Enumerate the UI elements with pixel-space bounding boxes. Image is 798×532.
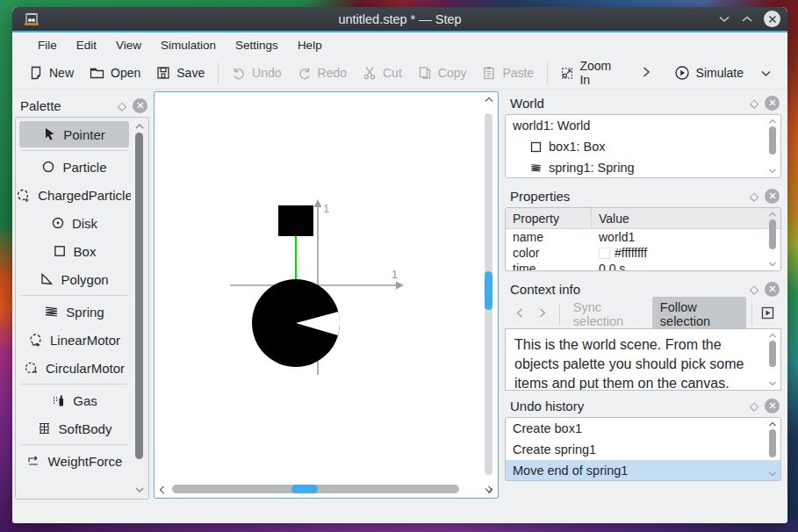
main-content: Palette ◇ Pointer Pa — [12, 90, 787, 523]
world-tree-item-world1[interactable]: world1: World — [506, 115, 780, 136]
property-column-header[interactable]: Property — [506, 208, 592, 228]
context-info-panel: Context info ◇ S — [505, 277, 781, 391]
open-button[interactable]: Open — [82, 60, 148, 86]
undo-button[interactable]: Undo — [224, 60, 289, 86]
undo-icon — [232, 66, 246, 80]
spring-icon — [530, 162, 542, 174]
paste-button[interactable]: Paste — [474, 60, 542, 86]
properties-float-icon[interactable]: ◇ — [750, 190, 758, 203]
zoom-in-icon — [561, 66, 573, 81]
context-float-icon[interactable]: ◇ — [750, 283, 758, 296]
palette-item-disk[interactable]: Disk — [19, 210, 129, 236]
property-row-name[interactable]: name world1 — [506, 229, 780, 245]
context-back-icon[interactable] — [508, 304, 531, 325]
palette-scrollbar[interactable] — [132, 119, 147, 497]
palette-float-icon[interactable]: ◇ — [118, 99, 126, 112]
softbody-icon — [37, 421, 52, 435]
simulate-button[interactable]: Simulate — [666, 60, 751, 86]
canvas-horizontal-scrollbar-thumb[interactable] — [291, 485, 318, 493]
menu-simulation[interactable]: Simulation — [151, 39, 226, 52]
undo-item-create-spring1[interactable]: Create spring1 — [506, 439, 780, 460]
world-close-icon[interactable] — [765, 96, 780, 111]
context-scrollbar-thumb[interactable] — [769, 341, 776, 367]
canvas-vertical-scrollbar-thumb[interactable] — [485, 271, 492, 310]
undo-scrollbar-thumb[interactable] — [769, 429, 776, 457]
context-scrollbar[interactable] — [766, 331, 780, 388]
minimize-icon[interactable] — [718, 15, 730, 23]
copy-button[interactable]: Copy — [410, 60, 475, 86]
palette-item-pointer[interactable]: Pointer — [19, 121, 129, 147]
step-app-icon — [23, 11, 40, 27]
world-scrollbar[interactable] — [766, 117, 780, 176]
context-toolbar-separator — [751, 303, 752, 326]
new-button[interactable]: New — [21, 60, 82, 86]
world-panel: World ◇ world1: World box1: Box — [505, 91, 781, 178]
undo-close-icon[interactable] — [765, 399, 780, 413]
properties-scrollbar[interactable] — [766, 210, 780, 269]
close-icon[interactable] — [764, 11, 780, 27]
properties-panel: Properties ◇ Property Value name — [505, 184, 781, 271]
value-column-header[interactable]: Value — [592, 208, 636, 228]
palette-item-gas[interactable]: Gas — [19, 387, 129, 413]
palette-item-circularmotor[interactable]: CircularMotor — [19, 355, 129, 381]
world-tree-item-spring1[interactable]: spring1: Spring — [506, 157, 780, 178]
property-row-color[interactable]: color #ffffffff — [506, 245, 780, 261]
palette-item-softbody[interactable]: SoftBody — [19, 415, 129, 442]
palette-item-box[interactable]: Box — [19, 238, 129, 264]
canvas-vertical-scrollbar[interactable] — [483, 96, 495, 482]
redo-button[interactable]: Redo — [290, 60, 355, 86]
simulate-dropdown-chevron-icon[interactable] — [751, 66, 779, 80]
linear-motor-icon — [28, 333, 43, 348]
canvas-horizontal-scrollbar[interactable] — [158, 483, 480, 495]
sync-selection-button[interactable]: Sync selection — [565, 297, 652, 332]
open-in-browser-icon[interactable] — [758, 305, 778, 324]
palette-close-icon[interactable] — [133, 98, 147, 113]
palette-item-particle[interactable]: Particle — [19, 154, 129, 180]
copy-icon — [418, 66, 432, 80]
context-toolbar-separator — [559, 303, 560, 326]
palette-item-polygon[interactable]: Polygon — [19, 266, 129, 292]
world-panel-title: World — [510, 96, 544, 111]
palette-item-linearmotor[interactable]: LinearMotor — [19, 327, 129, 353]
undo-float-icon[interactable]: ◇ — [750, 399, 758, 413]
maximize-icon[interactable] — [741, 15, 753, 23]
properties-scrollbar-thumb[interactable] — [769, 219, 776, 249]
palette-item-weightforce[interactable]: WeightForce — [19, 448, 129, 474]
context-close-icon[interactable] — [765, 282, 780, 297]
menu-file[interactable]: File — [28, 39, 67, 52]
properties-close-icon[interactable] — [765, 189, 780, 204]
follow-selection-button[interactable]: Follow selection — [652, 297, 746, 332]
palette-item-spring[interactable]: Spring — [19, 298, 129, 325]
undo-panel-title: Undo history — [510, 399, 584, 413]
weight-force-icon — [26, 454, 41, 468]
step-app-window: untitled.step * — Step File Edit View Si… — [12, 7, 787, 523]
box-icon — [53, 244, 67, 258]
menu-help[interactable]: Help — [288, 39, 332, 52]
right-dock-column: World ◇ world1: World box1: Box — [505, 91, 781, 486]
property-row-time[interactable]: time 0.0 s — [506, 261, 780, 271]
menu-edit[interactable]: Edit — [67, 39, 106, 52]
properties-table-header: Property Value — [506, 208, 780, 229]
circular-motor-icon — [24, 361, 39, 376]
world-tree-item-box1[interactable]: box1: Box — [506, 136, 780, 157]
undo-item-create-box1[interactable]: Create box1 — [506, 418, 780, 439]
gas-icon — [51, 393, 66, 408]
palette-item-chargedparticle[interactable]: ChargedParticle — [19, 182, 129, 208]
context-forward-icon[interactable] — [531, 304, 554, 325]
palette-separator — [21, 150, 127, 151]
undo-scrollbar[interactable] — [766, 420, 780, 478]
world-scene-canvas[interactable]: 1 1 — [154, 91, 499, 499]
undo-item-move-end-of-spring1[interactable]: Move end of spring1 — [506, 460, 780, 481]
titlebar[interactable]: untitled.step * — Step — [12, 7, 787, 31]
save-button[interactable]: Save — [148, 60, 212, 86]
zoom-in-button[interactable]: Zoom In — [553, 60, 625, 86]
menu-settings[interactable]: Settings — [226, 39, 288, 52]
menu-view[interactable]: View — [106, 39, 151, 52]
context-toolbar: Sync selection Follow selection — [505, 300, 781, 328]
toolbar-overflow-chevron-icon[interactable] — [626, 66, 666, 81]
world-scrollbar-thumb[interactable] — [769, 126, 776, 155]
world-float-icon[interactable]: ◇ — [750, 97, 758, 110]
palette-scrollbar-thumb[interactable] — [135, 133, 143, 459]
cut-button[interactable]: Cut — [355, 60, 410, 86]
properties-panel-title: Properties — [510, 189, 570, 204]
